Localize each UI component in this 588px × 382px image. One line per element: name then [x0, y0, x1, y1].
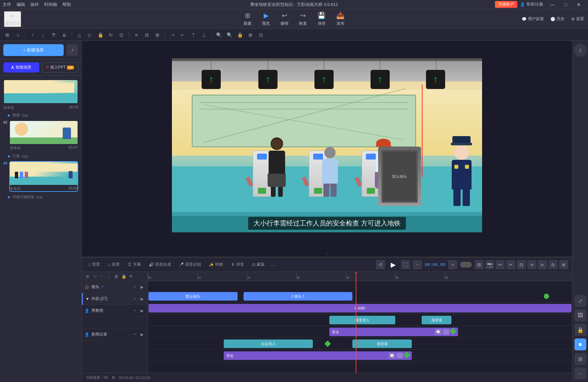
preview-button[interactable]: ▶ 预览 — [262, 12, 270, 26]
scene-3-thumbnail[interactable]: 未命名 00:06 — [9, 161, 78, 192]
scene-1-thumbnail[interactable] — [3, 79, 78, 104]
minimize-button[interactable]: — — [546, 0, 559, 9]
tl-settings[interactable]: ⊕ — [559, 260, 568, 269]
zoom-in-button[interactable]: + — [448, 260, 457, 269]
sec-btn-11[interactable]: ⊡ — [117, 30, 126, 40]
journalist-action[interactable]: 背走 💬 ··· — [224, 351, 412, 360]
keyframe-diamond[interactable] — [543, 292, 550, 300]
right-music-button[interactable]: ♪ — [574, 44, 587, 57]
tab-record[interactable]: 🎙 录音 — [228, 260, 247, 269]
history-button[interactable]: 🕐 历史 — [550, 16, 565, 22]
journalist-comment-btn[interactable]: 💬 — [389, 353, 395, 359]
tab-mask[interactable]: ⊡ 蒙版 — [249, 260, 267, 269]
reset-button[interactable]: ↺ — [376, 260, 385, 269]
sec-btn-8[interactable]: ▷ — [85, 30, 94, 40]
sec-btn-more[interactable]: ⊡ — [256, 30, 266, 40]
back-button[interactable]: ← 返回主页 — [4, 11, 21, 27]
undo-button[interactable]: ↩ 撤销 — [280, 12, 288, 26]
camera-help[interactable]: ? — [101, 285, 103, 289]
j-ctrl-1[interactable]: • — [132, 332, 138, 338]
fullscreen-button[interactable]: ⛶ — [401, 260, 410, 269]
loop-toggle[interactable] — [460, 262, 472, 268]
content-ctrl-1[interactable]: • — [132, 296, 138, 302]
settings-button[interactable]: ⚙ 设置 — [571, 16, 584, 22]
login-button[interactable]: 👤 登录/注册 — [520, 2, 543, 7]
sec-btn-1[interactable]: ⊞ — [3, 30, 12, 40]
scene-2-thumbnail[interactable]: 未命名 00:07 — [9, 120, 78, 151]
sec-btn-6[interactable]: ⇊ — [60, 30, 69, 40]
tab-background[interactable]: □ 背景 — [86, 260, 103, 269]
camera-button[interactable]: 📷 — [485, 260, 494, 269]
new-scene-button[interactable]: + 新建场景 — [3, 44, 64, 56]
music-button[interactable]: ♪ — [66, 44, 78, 56]
tl-trash-btn[interactable]: 🗑 — [114, 274, 119, 279]
menu-file[interactable]: 文件 — [3, 2, 11, 8]
journalist-fade-out[interactable]: 渐变退 — [352, 339, 412, 348]
journalist-fade-in[interactable]: 右边渐入 — [224, 339, 313, 348]
upgrade-button[interactable]: 升级账户 — [495, 1, 517, 8]
j-ctrl-2[interactable]: ▶ — [139, 332, 145, 338]
male-teacher-action[interactable]: 背走 💬 ··· — [329, 328, 458, 336]
prev-frame[interactable]: ⊲ — [527, 260, 537, 269]
close-button[interactable]: ✕ — [572, 0, 585, 9]
ai-scene-tab[interactable]: A 智能场景 — [3, 62, 39, 73]
sec-btn-7[interactable]: △ — [75, 30, 84, 40]
tab-voice-recog[interactable]: 🎤 语音识别 — [176, 260, 204, 269]
content-ctrl-2[interactable]: ▶ — [139, 296, 145, 302]
menu-edit[interactable]: 编辑 — [16, 2, 25, 8]
tab-voice-synth[interactable]: 🔊 语音合成 — [146, 260, 174, 269]
mt-ctrl-1[interactable]: • — [132, 308, 138, 314]
tl-expand-btn[interactable]: ▽ — [92, 274, 98, 279]
zoom-out-button[interactable]: − — [413, 260, 422, 269]
sec-btn-10[interactable]: ↻ — [106, 30, 115, 40]
sec-btn-12[interactable]: ≡ — [132, 30, 141, 40]
split-button[interactable]: ✂ — [506, 260, 515, 269]
insert-ppt-tab[interactable]: P 插入PPT VIP — [42, 62, 79, 73]
sec-btn-lock[interactable]: 🔒 — [235, 30, 245, 40]
track-comment-btn[interactable]: 💬 — [435, 329, 441, 335]
fit-button[interactable]: ⊞ — [474, 260, 484, 269]
sec-btn-zoom-in[interactable]: 🔍 — [214, 30, 223, 40]
right-color-btn[interactable]: ■ — [574, 338, 586, 350]
male-teacher-fade-in[interactable]: 渐变进入 — [329, 316, 395, 324]
transition-3[interactable]: ▶ 对角行辅转场 1(s) — [0, 193, 82, 201]
tl-eye-btn[interactable]: 👁 — [128, 274, 134, 279]
sec-btn-2[interactable]: ⌂ — [13, 30, 22, 40]
male-teacher-fade-out[interactable]: 渐变退 — [422, 316, 451, 324]
camera-ctrl-1[interactable]: • — [132, 284, 138, 290]
next-frame[interactable]: ⊳ — [538, 260, 547, 269]
menu-help[interactable]: 帮助 — [62, 2, 71, 8]
tl-group-btn[interactable]: ⊞ — [84, 274, 90, 279]
sec-btn-15[interactable]: ⊣ — [168, 30, 177, 40]
tab-subtitle[interactable]: 文 字幕 — [125, 260, 144, 269]
more-tabs-button[interactable]: ... — [271, 262, 275, 267]
right-image-btn[interactable]: 🖼 — [574, 309, 586, 321]
right-table-btn[interactable]: ⊞ — [574, 353, 586, 365]
right-lock-btn[interactable]: 🔒 — [574, 324, 586, 336]
sec-btn-13[interactable]: ⊟ — [142, 30, 151, 40]
tab-foreground[interactable]: □ 前景 — [105, 260, 122, 269]
journalist-more-btn[interactable]: ··· — [397, 353, 403, 359]
right-screenshot-btn[interactable]: ⤢ — [574, 295, 586, 307]
sec-btn-16[interactable]: ⊢ — [178, 30, 187, 40]
sec-btn-zoom-out[interactable]: 🔍 — [225, 30, 234, 40]
edit-button[interactable]: ✏ — [496, 260, 505, 269]
journalist-keyframe[interactable] — [324, 340, 331, 347]
redo-button[interactable]: ↪ 恢复 — [299, 12, 307, 26]
track-more-btn[interactable]: ··· — [443, 329, 449, 335]
camera-block-1[interactable]: 1 镜头 1 — [244, 292, 352, 301]
tab-effects[interactable]: ✨ 特效 — [206, 260, 226, 269]
sec-btn-5[interactable]: ⇈ — [49, 30, 58, 40]
mt-ctrl-2[interactable]: ▶ — [139, 308, 145, 314]
delete-tl[interactable]: ⊖ — [548, 260, 558, 269]
expand-canvas-button[interactable]: ⌄ — [82, 250, 572, 257]
sec-btn-18[interactable]: ⊥ — [199, 30, 209, 40]
content-block[interactable]: 6.00秒 — [148, 304, 572, 312]
tl-lock-btn[interactable]: 🔒 — [121, 274, 127, 279]
menu-operate[interactable]: 操作 — [30, 2, 39, 8]
save-button[interactable]: 💾 保存 — [317, 12, 326, 26]
right-more-btn[interactable]: ··· — [574, 367, 586, 379]
sec-btn-copy[interactable]: ⊞ — [246, 30, 255, 40]
camera-ctrl-2[interactable]: ▶ — [139, 284, 145, 290]
journalist-keyframe-end[interactable] — [404, 352, 410, 358]
